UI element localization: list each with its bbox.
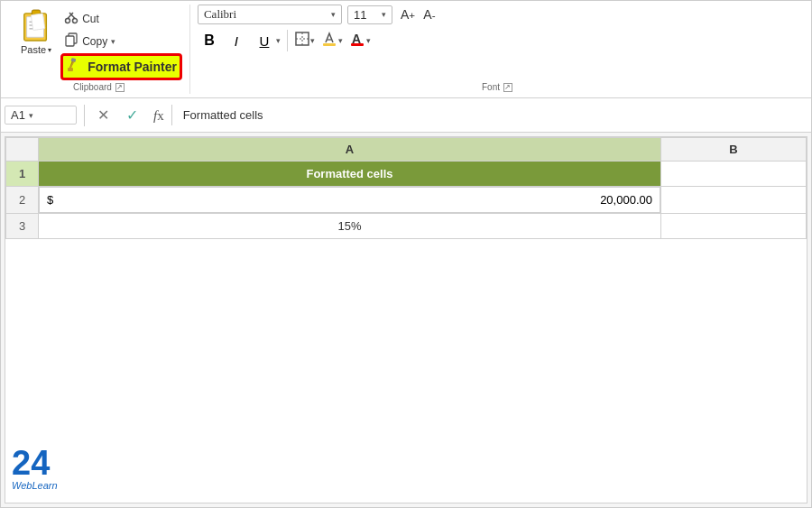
- copy-icon: [64, 32, 78, 50]
- fill-color-icon: [320, 30, 338, 51]
- svg-rect-21: [323, 43, 336, 46]
- cell-a1[interactable]: Formatted cells: [39, 162, 661, 187]
- cell-value-20000: 20,000.00: [65, 193, 652, 207]
- cell-b1[interactable]: [660, 162, 806, 187]
- spreadsheet-table: A B 1 Formatted cells: [5, 137, 807, 239]
- formula-bar: A1 ▾ ✕ ✓ fx Formatted cells: [1, 98, 811, 133]
- font-size-increase-button[interactable]: A+: [398, 5, 418, 24]
- formula-fx-button[interactable]: fx: [150, 106, 168, 125]
- font-expand-icon[interactable]: ↗: [503, 83, 512, 92]
- border-icon: [294, 31, 310, 51]
- formula-confirm-button[interactable]: ✓: [121, 105, 143, 126]
- table-row: 2 $ 20,000.00: [6, 187, 807, 214]
- svg-rect-17: [296, 32, 309, 45]
- italic-button[interactable]: I: [225, 29, 248, 52]
- copy-dropdown-icon[interactable]: ▾: [111, 37, 115, 46]
- svg-point-8: [73, 19, 78, 23]
- border-button[interactable]: ▾: [293, 30, 316, 51]
- table-row: 3 15%: [6, 214, 807, 239]
- font-name-text: Calibri: [204, 7, 236, 22]
- cut-label: Cut: [82, 13, 99, 25]
- bold-button[interactable]: B: [198, 29, 221, 52]
- font-row1: Calibri ▾ 11 ▾ A+ A-: [198, 5, 797, 24]
- font-size-buttons: A+ A-: [398, 5, 439, 24]
- formula-result-text: Formatted cells: [183, 108, 263, 122]
- format-painter-label: Format Painter: [88, 60, 177, 74]
- row-number-3: 3: [6, 214, 39, 239]
- ribbon: Paste ▾: [1, 1, 811, 98]
- dollar-sign: $: [47, 193, 61, 207]
- clipboard-group: Paste ▾: [8, 5, 190, 94]
- cell-b3[interactable]: [660, 214, 806, 239]
- underline-arrow: ▾: [276, 36, 281, 45]
- svg-rect-6: [31, 14, 44, 31]
- font-size-text: 11: [354, 8, 366, 22]
- scissors-icon: [64, 10, 78, 27]
- cell-ref-arrow: ▾: [29, 111, 33, 120]
- format-painter-button[interactable]: Format Painter: [60, 53, 182, 80]
- row-number-2: 2: [6, 187, 39, 214]
- formula-separator: [84, 105, 85, 126]
- spreadsheet-area: A B 1 Formatted cells: [1, 133, 811, 507]
- copy-button[interactable]: Copy ▾: [60, 31, 182, 51]
- paste-button[interactable]: Paste ▾: [15, 5, 57, 59]
- cell-ref-box[interactable]: A1 ▾: [5, 106, 77, 125]
- font-group-label: Font ↗: [198, 80, 797, 94]
- watermark-number: 24: [12, 446, 50, 480]
- cell-ref-text: A1: [11, 108, 25, 122]
- font-row2: B I U ▾: [198, 28, 797, 53]
- row-number-1: 1: [6, 162, 39, 187]
- clipboard-expand-icon[interactable]: ↗: [115, 83, 125, 92]
- formula-icon-buttons: ✕ ✓ fx: [92, 105, 168, 126]
- corner-header: [6, 138, 39, 162]
- cell-b2[interactable]: [660, 187, 806, 214]
- paste-label: Paste: [21, 44, 46, 55]
- watermark: 24 WebLearn: [12, 446, 58, 491]
- svg-rect-13: [68, 68, 73, 71]
- table-row: 1 Formatted cells: [6, 162, 807, 187]
- clipboard-icon: [21, 8, 51, 44]
- underline-icon: U: [253, 29, 276, 52]
- col-header-b[interactable]: B: [660, 138, 806, 162]
- font-group: Calibri ▾ 11 ▾ A+ A- B I: [190, 5, 804, 94]
- svg-point-7: [66, 19, 70, 23]
- clipboard-actions: Cut Copy ▾: [60, 5, 182, 80]
- cut-button[interactable]: Cut: [60, 8, 182, 29]
- font-color-arrow: ▾: [366, 36, 371, 45]
- copy-label: Copy: [82, 35, 107, 48]
- divider1: [287, 30, 288, 51]
- underline-button[interactable]: U ▾: [252, 28, 281, 53]
- sheet-table-wrapper: A B 1 Formatted cells: [5, 136, 807, 503]
- fx-label: fx: [153, 108, 164, 123]
- clipboard-group-label: Clipboard ↗: [15, 80, 182, 94]
- fill-color-arrow: ▾: [338, 36, 343, 45]
- fill-color-button[interactable]: ▾: [319, 29, 344, 52]
- border-arrow: ▾: [310, 36, 315, 45]
- font-color-icon: A: [348, 30, 366, 51]
- cell-a3[interactable]: 15%: [39, 214, 661, 239]
- svg-rect-23: [351, 43, 364, 46]
- font-size-arrow: ▾: [382, 10, 386, 19]
- watermark-text: WebLearn: [12, 480, 58, 491]
- cell-a2[interactable]: $ 20,000.00: [39, 187, 660, 213]
- font-size-select[interactable]: 11 ▾: [347, 5, 392, 24]
- svg-rect-12: [66, 36, 74, 46]
- col-header-a[interactable]: A: [39, 138, 661, 162]
- font-size-decrease-button[interactable]: A-: [420, 5, 439, 24]
- font-name-select[interactable]: Calibri ▾: [198, 5, 342, 24]
- font-color-button[interactable]: A ▾: [347, 29, 372, 52]
- formula-cancel-button[interactable]: ✕: [92, 105, 114, 126]
- paste-dropdown-arrow[interactable]: ▾: [48, 46, 51, 54]
- format-painter-icon: [66, 57, 82, 77]
- font-name-arrow: ▾: [331, 10, 336, 19]
- formula-result: Formatted cells: [171, 105, 316, 125]
